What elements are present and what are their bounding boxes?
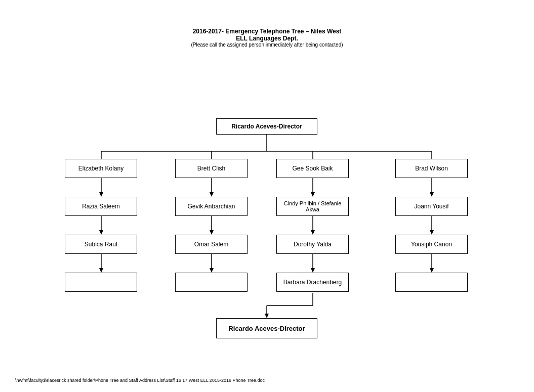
subica-box: Subica Rauf	[65, 235, 137, 254]
svg-marker-25	[210, 268, 214, 273]
svg-marker-17	[210, 230, 214, 235]
svg-marker-15	[99, 230, 103, 235]
org-chart: Ricardo Aceves-Director Elizabeth Kolany…	[0, 53, 534, 381]
director-bottom-box: Ricardo Aceves-Director	[216, 318, 317, 338]
svg-marker-33	[265, 314, 269, 318]
svg-marker-27	[311, 268, 315, 273]
barbara-box: Barbara Drachenberg	[276, 273, 349, 292]
page: 2016-2017- Emergency Telephone Tree – Ni…	[0, 0, 534, 392]
svg-marker-13	[430, 192, 434, 197]
svg-marker-29	[430, 268, 434, 273]
svg-marker-23	[99, 268, 103, 273]
brett-box: Brett Clish	[175, 159, 248, 178]
empty1-box	[65, 273, 137, 292]
brad-box: Brad Wilson	[395, 159, 468, 178]
director-top-box: Ricardo Aceves-Director	[216, 118, 317, 135]
svg-marker-19	[311, 230, 315, 235]
title-line2: ELL Languages Dept.	[0, 35, 534, 42]
svg-marker-11	[311, 192, 315, 197]
gevik-box: Gevik Anbarchian	[175, 197, 248, 216]
empty2-box	[175, 273, 248, 292]
subtitle: (Please call the assigned person immedia…	[0, 42, 534, 48]
elizabeth-box: Elizabeth Kolany	[65, 159, 137, 178]
cindy-box: Cindy Philbin / Stefanie Akwa	[276, 197, 349, 216]
svg-marker-21	[430, 230, 434, 235]
razia-box: Razia Saleem	[65, 197, 137, 216]
joann-box: Joann Yousif	[395, 197, 468, 216]
yousiph-box: Yousiph Canon	[395, 235, 468, 254]
footer-text: \nwfmf\faculty$\riacesrick shared folder…	[15, 378, 265, 383]
gee-sook-box: Gee Sook Baik	[276, 159, 349, 178]
dorothy-box: Dorothy Yalda	[276, 235, 349, 254]
svg-marker-7	[99, 192, 103, 197]
title-line1: 2016-2017- Emergency Telephone Tree – Ni…	[0, 28, 534, 35]
header: 2016-2017- Emergency Telephone Tree – Ni…	[0, 0, 534, 48]
svg-marker-9	[210, 192, 214, 197]
empty3-box	[395, 273, 468, 292]
omar-box: Omar Salem	[175, 235, 248, 254]
